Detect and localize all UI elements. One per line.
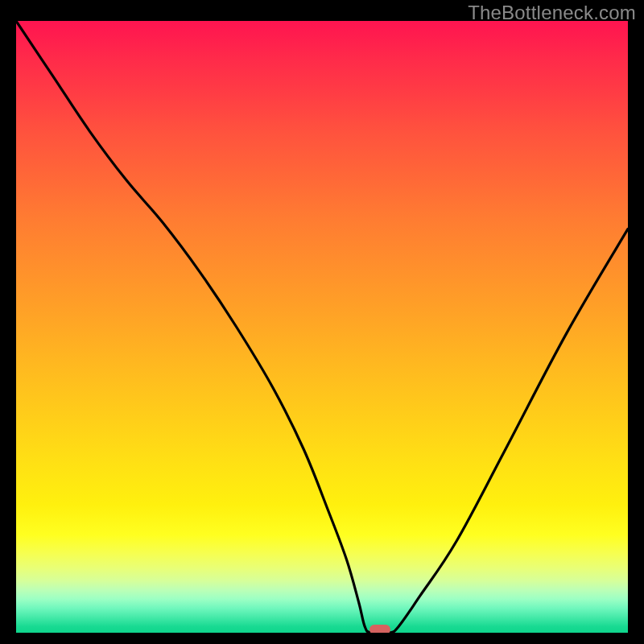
watermark-text: TheBottleneck.com xyxy=(468,2,636,24)
plot-area xyxy=(16,21,628,633)
minimum-marker xyxy=(369,625,390,633)
bottleneck-curve xyxy=(16,21,628,633)
chart-frame: TheBottleneck.com xyxy=(0,0,644,644)
